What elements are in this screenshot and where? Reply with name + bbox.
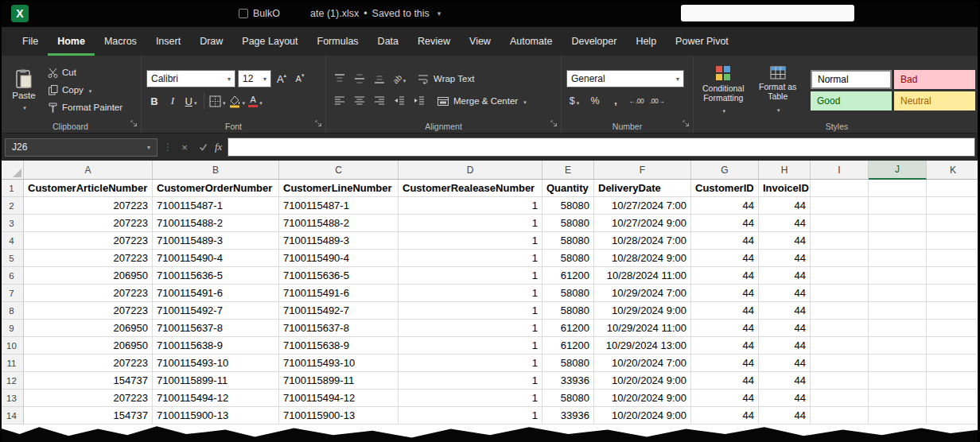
cell-C2[interactable]: 7100115487-1 — [279, 197, 399, 215]
cell-B13[interactable]: 7100115494-12 — [153, 390, 279, 407]
number-dialog-launcher[interactable] — [682, 116, 690, 130]
cell-G2[interactable]: 44 — [691, 197, 759, 215]
row-header-10[interactable]: 10 — [0, 337, 24, 355]
column-header-K[interactable]: K — [927, 161, 980, 180]
wrap-text-button[interactable]: Wrap Text — [417, 70, 474, 87]
cell-H13[interactable]: 44 — [759, 390, 811, 407]
number-format-combo[interactable]: General ▾ — [566, 70, 684, 87]
cell-B4[interactable]: 7100115489-3 — [153, 232, 279, 250]
font-dialog-launcher[interactable] — [315, 116, 322, 130]
menu-data[interactable]: Data — [368, 27, 408, 56]
cell-J6[interactable] — [869, 267, 927, 285]
cell-C8[interactable]: 7100115492-7 — [279, 302, 399, 320]
cell-C11[interactable]: 7100115493-10 — [279, 355, 399, 372]
cell-D7[interactable]: 1 — [399, 285, 542, 302]
align-center-button[interactable] — [351, 92, 368, 110]
format-as-table-button[interactable]: Format as Table — [753, 66, 803, 113]
cell-K2[interactable] — [927, 197, 980, 215]
cell-B10[interactable]: 7100115638-9 — [153, 337, 279, 355]
cell-F10[interactable]: 10/29/2024 13:00 — [594, 337, 691, 355]
excel-logo-icon[interactable]: X — [11, 5, 29, 22]
cell-H9[interactable]: 44 — [759, 320, 811, 337]
row-header-9[interactable]: 9 — [0, 320, 24, 337]
cell-A2[interactable]: 207223 — [24, 197, 153, 215]
fill-color-button[interactable] — [228, 92, 246, 110]
formula-input[interactable] — [228, 138, 975, 157]
cell-H11[interactable]: 44 — [759, 355, 811, 372]
cell-B9[interactable]: 7100115637-8 — [153, 320, 279, 337]
row-header-2[interactable]: 2 — [0, 197, 24, 215]
cell-K13[interactable] — [927, 390, 980, 407]
cell-E4[interactable]: 58080 — [542, 232, 594, 250]
underline-button[interactable]: U — [183, 92, 199, 110]
cell-G12[interactable]: 44 — [691, 372, 759, 390]
cell-F12[interactable]: 10/20/2024 9:00 — [594, 372, 691, 390]
row-header-7[interactable]: 7 — [0, 285, 24, 302]
cell-A12[interactable]: 154737 — [24, 372, 153, 390]
cell-B5[interactable]: 7100115490-4 — [153, 250, 279, 267]
cell-A9[interactable]: 206950 — [24, 320, 153, 337]
clipboard-dialog-launcher[interactable] — [130, 116, 138, 130]
column-header-D[interactable]: D — [399, 161, 542, 180]
cell-A10[interactable]: 206950 — [24, 337, 153, 355]
cell-F9[interactable]: 10/29/2024 11:00 — [594, 320, 691, 337]
cell-F14[interactable]: 10/20/2024 9:00 — [594, 407, 691, 425]
cell-K1[interactable] — [927, 180, 980, 197]
cell-J4[interactable] — [869, 232, 927, 250]
cell-C7[interactable]: 7100115491-6 — [279, 285, 399, 302]
menu-developer[interactable]: Developer — [562, 27, 626, 56]
cell-E10[interactable]: 61200 — [542, 337, 594, 355]
cell-I11[interactable] — [811, 355, 869, 372]
italic-button[interactable]: I — [165, 92, 181, 110]
cell-A11[interactable]: 207223 — [24, 355, 153, 372]
cell-J2[interactable] — [869, 197, 927, 215]
row-header-6[interactable]: 6 — [0, 267, 24, 285]
cell-C6[interactable]: 7100115636-5 — [279, 267, 399, 285]
cell-D9[interactable]: 1 — [399, 320, 542, 337]
cell-G6[interactable]: 44 — [691, 267, 759, 285]
cell-I5[interactable] — [811, 250, 869, 267]
cell-E14[interactable]: 33936 — [542, 407, 594, 425]
cell-E6[interactable]: 61200 — [542, 267, 594, 285]
cell-G9[interactable]: 44 — [691, 320, 759, 337]
column-header-J[interactable]: J — [869, 161, 927, 180]
cell-F6[interactable]: 10/28/2024 11:00 — [594, 267, 691, 285]
menu-help[interactable]: Help — [626, 27, 666, 56]
cell-E11[interactable]: 58080 — [542, 355, 594, 372]
cell-K11[interactable] — [927, 355, 980, 372]
comma-style-button[interactable]: , — [608, 92, 624, 110]
cancel-icon[interactable]: × — [178, 142, 191, 153]
cell-E7[interactable]: 58080 — [542, 285, 594, 302]
style-good[interactable]: Good — [811, 91, 892, 111]
style-bad[interactable]: Bad — [894, 70, 975, 89]
cell-I10[interactable] — [811, 337, 869, 355]
cell-H7[interactable]: 44 — [759, 285, 811, 302]
cell-A13[interactable]: 207223 — [24, 390, 153, 407]
cell-J1[interactable] — [869, 180, 927, 197]
currency-button[interactable]: $ — [566, 92, 582, 110]
cell-J13[interactable] — [869, 390, 927, 407]
align-left-button[interactable] — [331, 92, 348, 110]
cell-H4[interactable]: 44 — [759, 232, 811, 250]
menu-view[interactable]: View — [460, 27, 500, 56]
row-header-1[interactable]: 1 — [0, 180, 24, 197]
bold-button[interactable]: B — [146, 92, 162, 110]
name-box[interactable]: J26 ▾ — [5, 138, 158, 157]
cell-J3[interactable] — [869, 215, 927, 232]
orientation-button[interactable]: ab — [391, 70, 408, 87]
cell-C4[interactable]: 7100115489-3 — [279, 232, 399, 250]
cell-E2[interactable]: 58080 — [542, 197, 594, 215]
insert-function-icon[interactable]: fx — [215, 141, 222, 153]
column-header-F[interactable]: F — [594, 161, 691, 180]
cell-I2[interactable] — [811, 197, 869, 215]
cell-C5[interactable]: 7100115490-4 — [279, 250, 399, 267]
cell-B8[interactable]: 7100115492-7 — [153, 302, 279, 320]
cell-D12[interactable]: 1 — [399, 372, 542, 390]
cell-F13[interactable]: 10/20/2024 9:00 — [594, 390, 691, 407]
cell-D4[interactable]: 1 — [399, 232, 542, 250]
row-header-8[interactable]: 8 — [0, 302, 24, 320]
menu-file[interactable]: File — [13, 27, 48, 56]
align-middle-button[interactable] — [351, 70, 368, 87]
cell-K3[interactable] — [927, 215, 980, 232]
search-box[interactable] — [681, 5, 854, 21]
